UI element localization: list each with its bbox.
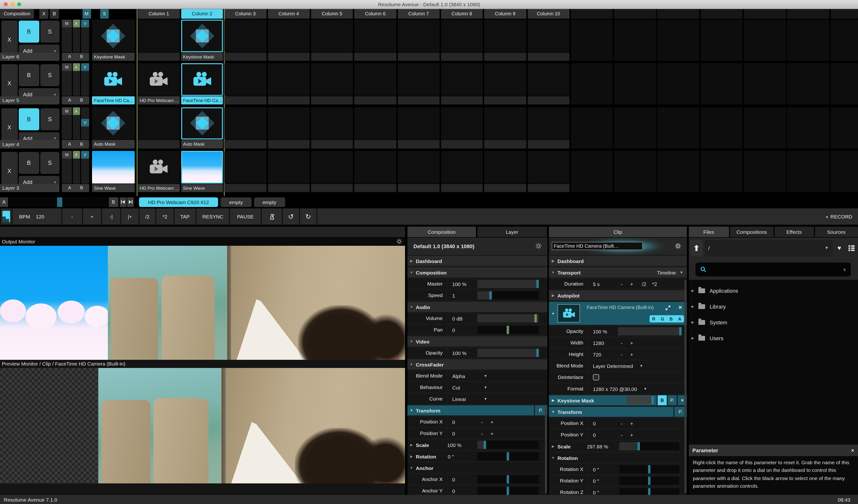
bpm-halve-button[interactable]: /2: [140, 208, 155, 225]
layer-4-video-fader[interactable]: V: [81, 118, 89, 126]
clip-slot[interactable]: [527, 20, 569, 52]
width-label[interactable]: Width: [549, 338, 587, 348]
clear-search-button[interactable]: x: [843, 267, 846, 272]
duration-decrease[interactable]: -: [621, 281, 622, 287]
undo-button[interactable]: ↺: [283, 208, 299, 225]
clip-slot[interactable]: [311, 20, 353, 52]
keystone-param-button[interactable]: P.: [668, 395, 677, 405]
folder-row-system[interactable]: ▶System: [688, 314, 858, 330]
duration-halve[interactable]: /2: [642, 281, 646, 287]
layer-5-active-clip-thumbnail[interactable]: [92, 63, 134, 96]
behaviour-label[interactable]: Behaviour: [407, 382, 446, 392]
clip-slot[interactable]: [138, 107, 180, 140]
layer-4-solo-button[interactable]: S: [40, 108, 60, 130]
column-6-header[interactable]: Column 6: [354, 9, 396, 18]
keystone-mask-section[interactable]: ▶Keystone Mask B P. ×: [549, 395, 687, 405]
layer-4-audio-fader[interactable]: A: [73, 107, 80, 115]
position-x-label[interactable]: Position X: [407, 417, 446, 427]
clip-slot[interactable]: [224, 107, 266, 140]
tab-files[interactable]: Files: [688, 226, 729, 237]
layer-6-column2-clip-thumbnail[interactable]: [181, 20, 223, 52]
duration-double[interactable]: *2: [652, 281, 657, 287]
rotation-slider[interactable]: [477, 452, 539, 460]
height-value[interactable]: 720: [588, 352, 618, 357]
speed-label[interactable]: Speed: [407, 290, 446, 300]
layer-5-column1-clip-label[interactable]: HD Pro Webcam …: [138, 96, 180, 104]
clip-blend-mode-dropdown[interactable]: Layer Determined▼: [588, 361, 687, 371]
clip-slot[interactable]: [354, 20, 396, 52]
layer-4-name[interactable]: Layer 4: [0, 140, 60, 148]
bpm-display[interactable]: BPM120: [13, 208, 61, 225]
rgba-channel-buttons[interactable]: R G B A: [650, 315, 684, 322]
master-value[interactable]: 100 %: [447, 281, 477, 287]
master-solo-button[interactable]: S: [100, 9, 109, 18]
column-11-header[interactable]: [571, 9, 613, 18]
column-4-header[interactable]: Column 4: [268, 9, 309, 18]
anchor-section[interactable]: ▼Anchor: [407, 463, 547, 473]
tab-compositions[interactable]: Compositions: [730, 226, 774, 237]
clip-slot[interactable]: [268, 151, 309, 183]
clip-name-input[interactable]: [552, 242, 642, 250]
blend-mode-dropdown[interactable]: Alpha▼: [447, 371, 547, 381]
anchor-x-slider[interactable]: [477, 475, 539, 483]
parameter-close-button[interactable]: ×: [851, 448, 854, 453]
position-x-decrease[interactable]: -: [481, 419, 483, 425]
clip-transform-section[interactable]: ▼Transform P.: [549, 407, 687, 417]
layer-3-column2-clip-label[interactable]: Sine Wave: [181, 184, 223, 192]
volume-label[interactable]: Volume: [407, 313, 446, 323]
clip-slot[interactable]: [527, 151, 569, 183]
scale-label[interactable]: Scale: [416, 442, 429, 448]
keystone-mix-slider[interactable]: [627, 396, 654, 404]
column-9-header[interactable]: Column 9: [484, 9, 526, 18]
column-14-header[interactable]: [701, 9, 743, 18]
pause-button[interactable]: PAUSE: [230, 208, 261, 225]
rotation-z-label[interactable]: Rotation Z: [549, 487, 587, 495]
path-dropdown[interactable]: / ▼: [704, 240, 832, 256]
opacity-slider[interactable]: [477, 349, 539, 357]
layer-3-mute-button[interactable]: M: [62, 151, 72, 159]
layer-5-mute-button[interactable]: M: [62, 63, 72, 71]
position-y-label[interactable]: Position Y: [407, 428, 446, 438]
folder-row-applications[interactable]: ▶Applications: [688, 283, 858, 298]
search-field[interactable]: x: [695, 262, 851, 276]
composition-scrollbar[interactable]: [545, 406, 547, 493]
layer-6-name[interactable]: Layer 6: [0, 52, 60, 61]
composition-toggle-button[interactable]: [1, 208, 12, 225]
speed-value[interactable]: 1: [447, 292, 477, 298]
layer-6-video-fader[interactable]: V: [81, 20, 89, 27]
layer-4-mute-button[interactable]: M: [62, 107, 72, 115]
clip-slot[interactable]: [484, 63, 526, 96]
green-channel-button[interactable]: G: [661, 316, 664, 321]
layer-3-solo-button[interactable]: S: [40, 152, 60, 174]
autopilot-section[interactable]: ▶Autopilot: [549, 290, 687, 300]
previous-column-button[interactable]: [120, 197, 126, 207]
height-decrease[interactable]: -: [621, 352, 622, 357]
layer-3-column1-clip-label[interactable]: HD Pro Webcam …: [138, 184, 180, 192]
clip-position-y-decrease[interactable]: -: [621, 432, 622, 438]
position-x-value[interactable]: 0: [447, 419, 477, 425]
bpm-decrease-button[interactable]: -: [62, 208, 82, 225]
beat-snap-forward-button[interactable]: |+: [121, 208, 139, 225]
clip-opacity-value[interactable]: 100 %: [588, 328, 618, 334]
clip-position-y-label[interactable]: Position Y: [549, 430, 587, 440]
clip-slot[interactable]: [268, 63, 309, 96]
keystone-bypass-button[interactable]: B: [658, 395, 667, 405]
rotation-z-slider[interactable]: [619, 488, 679, 495]
column-17-header[interactable]: [830, 9, 858, 18]
layer-3-audio-fader[interactable]: A: [73, 151, 80, 159]
record-button[interactable]: ● RECORD: [826, 214, 853, 220]
deck-empty-1-button[interactable]: empty: [221, 197, 252, 207]
output-monitor-video[interactable]: [0, 246, 405, 360]
output-monitor-settings-button[interactable]: [396, 239, 402, 245]
layer-5-bypass-button[interactable]: B: [19, 64, 39, 86]
curve-label[interactable]: Curve: [407, 394, 446, 404]
source-close-button[interactable]: ×: [679, 304, 682, 311]
layer-5-crossfader-b[interactable]: B: [80, 97, 83, 102]
folder-up-button[interactable]: [690, 240, 703, 256]
layer-5-active-clip-label[interactable]: FaceTime HD Ca…: [92, 96, 134, 104]
crossfader-section[interactable]: ▼CrossFader: [407, 359, 547, 369]
clip-slot[interactable]: [527, 107, 569, 140]
layer-5-audio-fader[interactable]: A: [73, 63, 80, 71]
clip-slot[interactable]: [398, 20, 440, 52]
rotation-y-slider[interactable]: [619, 477, 679, 485]
